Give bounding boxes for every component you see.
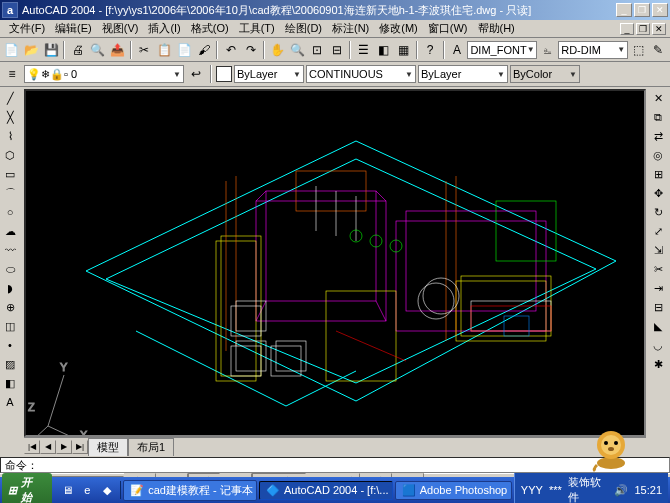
tab-prev-icon[interactable]: ◀ (40, 440, 56, 454)
point-icon[interactable]: • (1, 336, 19, 354)
maximize-button[interactable]: ❐ (634, 3, 650, 17)
copy-obj-icon[interactable]: ⧉ (649, 108, 667, 126)
pan-icon[interactable]: ✋ (268, 40, 287, 60)
block-icon[interactable]: ◫ (1, 317, 19, 335)
extend-icon[interactable]: ⇥ (649, 279, 667, 297)
layer-select[interactable]: 💡❄🔒▫ 0 (24, 65, 184, 83)
undo-icon[interactable]: ↶ (221, 40, 240, 60)
stretch-icon[interactable]: ⇲ (649, 241, 667, 259)
array-icon[interactable]: ⊞ (649, 165, 667, 183)
task-notepad[interactable]: 📝 cad建模教程 - 记事本 (123, 480, 257, 501)
dim-font-select[interactable]: DIM_FONT (467, 41, 537, 59)
region-icon[interactable]: ◧ (1, 374, 19, 392)
zoom-window-icon[interactable]: ⊡ (308, 40, 327, 60)
erase-icon[interactable]: ✕ (649, 89, 667, 107)
dim-edit-icon[interactable]: ✎ (649, 40, 668, 60)
ellipse-arc-icon[interactable]: ◗ (1, 279, 19, 297)
tab-layout1[interactable]: 布局1 (128, 438, 174, 456)
text-icon[interactable]: A (1, 393, 19, 411)
match-icon[interactable]: 🖌 (194, 40, 213, 60)
open-icon[interactable]: 📂 (22, 40, 41, 60)
zoom-prev-icon[interactable]: ⊟ (327, 40, 346, 60)
clock[interactable]: 15:21 (634, 484, 662, 496)
zoom-icon[interactable]: 🔍 (288, 40, 307, 60)
hatch-icon[interactable]: ▨ (1, 355, 19, 373)
menu-modify[interactable]: 修改(M) (374, 20, 423, 37)
doc-minimize-button[interactable]: _ (620, 23, 634, 35)
plotstyle-select[interactable]: ByColor (510, 65, 580, 83)
menu-edit[interactable]: 编辑(E) (50, 20, 97, 37)
move-icon[interactable]: ✥ (649, 184, 667, 202)
rd-dim-select[interactable]: RD-DIM (558, 41, 628, 59)
explode-icon[interactable]: ✱ (649, 355, 667, 373)
menu-help[interactable]: 帮助(H) (473, 20, 520, 37)
assistant-lion-icon[interactable] (587, 425, 635, 473)
fillet-icon[interactable]: ◡ (649, 336, 667, 354)
rotate-icon[interactable]: ↻ (649, 203, 667, 221)
dim-update-icon[interactable]: ⬚ (629, 40, 648, 60)
ql-desktop-icon[interactable]: 🖥 (58, 481, 76, 499)
color-select[interactable]: ByLayer (234, 65, 304, 83)
close-button[interactable]: ✕ (652, 3, 668, 17)
scale-icon[interactable]: ⤢ (649, 222, 667, 240)
layer-prev-icon[interactable]: ↩ (186, 64, 206, 84)
tab-last-icon[interactable]: ▶| (72, 440, 88, 454)
menu-window[interactable]: 窗口(W) (423, 20, 473, 37)
offset-icon[interactable]: ◎ (649, 146, 667, 164)
arc-icon[interactable]: ⌒ (1, 184, 19, 202)
print-icon[interactable]: 🖨 (68, 40, 87, 60)
menu-draw[interactable]: 绘图(D) (280, 20, 327, 37)
doc-restore-button[interactable]: ❐ (636, 23, 650, 35)
ellipse-icon[interactable]: ⬭ (1, 260, 19, 278)
tab-first-icon[interactable]: |◀ (24, 440, 40, 454)
menu-dimension[interactable]: 标注(N) (327, 20, 374, 37)
insert-icon[interactable]: ⊕ (1, 298, 19, 316)
menu-format[interactable]: 格式(O) (186, 20, 234, 37)
command-line[interactable]: 命令： (0, 457, 670, 473)
dim-style-icon[interactable]: ⎁ (538, 40, 557, 60)
layer-manager-icon[interactable]: ≡ (2, 64, 22, 84)
lineweight-select[interactable]: ByLayer (418, 65, 508, 83)
color-swatch[interactable] (216, 66, 232, 82)
linetype-select[interactable]: CONTINUOUS (306, 65, 416, 83)
circle-icon[interactable]: ○ (1, 203, 19, 221)
cut-icon[interactable]: ✂ (135, 40, 154, 60)
menu-view[interactable]: 视图(V) (97, 20, 144, 37)
tab-next-icon[interactable]: ▶ (56, 440, 72, 454)
ql-app-icon[interactable]: ◆ (98, 481, 116, 499)
line-icon[interactable]: ╱ (1, 89, 19, 107)
xline-icon[interactable]: ╳ (1, 108, 19, 126)
publish-icon[interactable]: 📤 (108, 40, 127, 60)
design-center-icon[interactable]: ◧ (374, 40, 393, 60)
ql-ie-icon[interactable]: e (78, 481, 96, 499)
tray-icon[interactable]: 🔊 (614, 484, 628, 497)
paste-icon[interactable]: 📄 (175, 40, 194, 60)
break-icon[interactable]: ⊟ (649, 298, 667, 316)
start-button[interactable]: ⊞ 开始 (2, 473, 52, 503)
menu-file[interactable]: 文件(F) (4, 20, 50, 37)
minimize-button[interactable]: _ (616, 3, 632, 17)
chamfer-icon[interactable]: ◣ (649, 317, 667, 335)
copy-icon[interactable]: 📋 (155, 40, 174, 60)
task-photoshop[interactable]: 🟦 Adobe Photoshop (395, 481, 512, 500)
pline-icon[interactable]: ⌇ (1, 127, 19, 145)
new-icon[interactable]: 📄 (2, 40, 21, 60)
mirror-icon[interactable]: ⇄ (649, 127, 667, 145)
spline-icon[interactable]: 〰 (1, 241, 19, 259)
dim-icon[interactable]: A (448, 40, 467, 60)
polygon-icon[interactable]: ⬡ (1, 146, 19, 164)
trim-icon[interactable]: ✂ (649, 260, 667, 278)
rectangle-icon[interactable]: ▭ (1, 165, 19, 183)
doc-close-button[interactable]: ✕ (652, 23, 666, 35)
menu-tools[interactable]: 工具(T) (234, 20, 280, 37)
save-icon[interactable]: 💾 (42, 40, 61, 60)
help-icon[interactable]: ? (421, 40, 440, 60)
preview-icon[interactable]: 🔍 (88, 40, 107, 60)
menu-insert[interactable]: 插入(I) (143, 20, 185, 37)
tool-palette-icon[interactable]: ▦ (394, 40, 413, 60)
system-tray[interactable]: YYY *** 装饰软件 🔊 15:21 (514, 473, 668, 503)
revcloud-icon[interactable]: ☁ (1, 222, 19, 240)
tab-model[interactable]: 模型 (88, 438, 128, 456)
task-autocad[interactable]: 🔷 AutoCAD 2004 - [f:\... (259, 481, 393, 500)
properties-icon[interactable]: ☰ (354, 40, 373, 60)
